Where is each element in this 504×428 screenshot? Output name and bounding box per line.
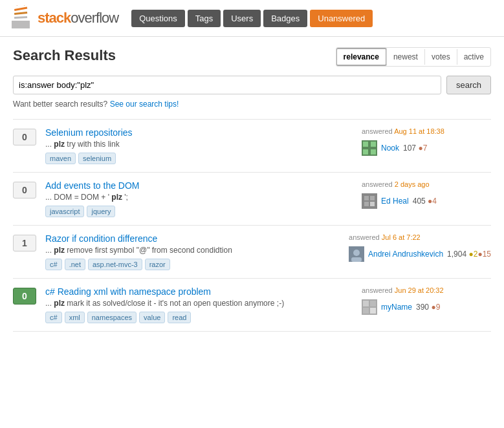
search-tip: Want better search results? See our sear… (13, 100, 491, 109)
svg-rect-21 (351, 257, 362, 262)
search-input[interactable] (13, 76, 441, 94)
answered-label: answered Jul 6 at 7:22 (349, 233, 421, 241)
tag-xml[interactable]: xml (65, 312, 85, 323)
tag-csharp2[interactable]: c# (45, 312, 62, 323)
nav-unanswered[interactable]: Unanswered (310, 10, 373, 27)
nav-badges[interactable]: Badges (263, 10, 307, 27)
search-tips-link[interactable]: See our search tips! (110, 100, 179, 109)
result-title[interactable]: Selenium repositories (45, 127, 353, 138)
svg-rect-23 (363, 301, 369, 306)
svg-rect-11 (371, 142, 376, 147)
sort-tab-newest[interactable]: newest (386, 49, 424, 65)
sort-tabs: relevance newest votes active (336, 47, 491, 67)
svg-point-20 (353, 250, 360, 256)
tag-dotnet[interactable]: .net (65, 259, 85, 270)
result-body: Razor if condition difference ... plz re… (45, 233, 340, 270)
header: stackoverflow Questions Tags Users Badge… (0, 0, 504, 37)
nav-tags[interactable]: Tags (188, 10, 221, 27)
search-bar: search (13, 76, 491, 94)
content: Search Results relevance newest votes ac… (0, 37, 504, 342)
svg-rect-10 (363, 142, 368, 147)
table-row: 0 Add events to the DOM ... DOM = DOM + … (13, 173, 491, 226)
tag-csharp[interactable]: c# (45, 259, 62, 270)
tags-row: c# xml namespaces value read (45, 312, 353, 323)
avatar (362, 140, 377, 156)
table-row: 1 Razor if condition difference ... plz … (13, 226, 491, 279)
table-row: 0 Selenium repositories ... plz try with… (13, 120, 491, 173)
svg-rect-13 (371, 149, 376, 155)
user-rep: 107 ●7 (403, 144, 427, 153)
table-row: 0 c# Reading xml with namespace problem … (13, 279, 491, 332)
logo-area[interactable]: stackoverflow (8, 5, 118, 31)
results-header: Search Results relevance newest votes ac… (13, 47, 491, 67)
svg-rect-12 (363, 149, 368, 155)
tag-namespaces[interactable]: namespaces (87, 312, 137, 323)
tag-razor[interactable]: razor (145, 259, 170, 270)
tag-aspnet-mvc3[interactable]: asp.net-mvc-3 (88, 259, 142, 270)
vote-count: 1 (13, 235, 36, 251)
result-excerpt: ... plz mark it as solved/close it - it'… (45, 299, 353, 308)
result-body: Add events to the DOM ... DOM = DOM + ' … (45, 180, 353, 217)
user-rep: 390 ●9 (416, 303, 440, 312)
avatar (362, 193, 377, 209)
tag-jquery[interactable]: jquery (87, 206, 115, 217)
avatar (362, 299, 377, 315)
user-name[interactable]: Andrei Andrushkevich (368, 250, 443, 259)
sort-tab-active[interactable]: active (457, 49, 490, 65)
user-info: Nook 107 ●7 (362, 140, 427, 156)
avatar (349, 246, 364, 262)
answered-label: answered 2 days ago (362, 180, 430, 188)
svg-rect-16 (370, 196, 375, 200)
vote-count: 0 (13, 182, 36, 198)
vote-count: 0 (13, 288, 36, 305)
user-rep: 405 ●4 (413, 197, 437, 206)
sort-tab-relevance[interactable]: relevance (336, 48, 387, 66)
user-name[interactable]: myName (381, 303, 412, 312)
nav-questions[interactable]: Questions (131, 10, 185, 27)
tag-value[interactable]: value (139, 312, 165, 323)
vote-count: 0 (13, 129, 36, 145)
svg-rect-3 (14, 16, 27, 19)
svg-rect-26 (370, 308, 376, 314)
svg-rect-0 (12, 21, 30, 23)
tags-row: c# .net asp.net-mvc-3 razor (45, 259, 340, 270)
stackoverflow-logo-icon (8, 5, 34, 31)
logo-text: stackoverflow (38, 10, 118, 27)
result-title[interactable]: Add events to the DOM (45, 180, 353, 191)
result-excerpt: ... plz remove first symbol "@" from sec… (45, 246, 340, 255)
result-excerpt: ... plz try with this link (45, 140, 353, 149)
user-name[interactable]: Nook (381, 144, 399, 153)
svg-rect-4 (14, 12, 27, 15)
svg-rect-18 (370, 202, 375, 206)
answered-label: answered Jun 29 at 20:32 (362, 286, 444, 294)
svg-rect-2 (12, 25, 30, 28)
tag-read[interactable]: read (168, 312, 191, 323)
user-info: myName 390 ●9 (362, 299, 440, 315)
result-body: Selenium repositories ... plz try with t… (45, 127, 353, 164)
result-title[interactable]: c# Reading xml with namespace problem (45, 286, 353, 297)
user-name[interactable]: Ed Heal (381, 197, 409, 206)
svg-rect-14 (362, 193, 377, 209)
result-title[interactable]: Razor if condition difference (45, 233, 340, 244)
results-list: 0 Selenium repositories ... plz try with… (13, 119, 491, 332)
page-title: Search Results (13, 47, 116, 64)
user-rep: 1,904 ●2●15 (447, 250, 491, 259)
result-meta: answered 2 days ago Ed Heal 405 ●4 (362, 180, 491, 209)
svg-rect-5 (14, 7, 27, 11)
tag-selenium[interactable]: selenium (78, 153, 116, 164)
svg-rect-17 (364, 202, 369, 206)
svg-rect-25 (363, 308, 369, 314)
sort-tab-votes[interactable]: votes (424, 49, 457, 65)
tags-row: maven selenium (45, 153, 353, 164)
svg-rect-15 (364, 196, 369, 200)
answered-label: answered Aug 11 at 18:38 (362, 127, 444, 135)
result-body: c# Reading xml with namespace problem ..… (45, 286, 353, 323)
nav-users[interactable]: Users (223, 10, 261, 27)
main-nav: Questions Tags Users Badges Unanswered (131, 10, 373, 27)
user-info: Ed Heal 405 ●4 (362, 193, 437, 209)
search-button[interactable]: search (446, 76, 491, 94)
result-meta: answered Jul 6 at 7:22 Andrei Andrushkev… (349, 233, 491, 262)
svg-rect-24 (370, 301, 376, 306)
tag-maven[interactable]: maven (45, 153, 76, 164)
tag-javascript[interactable]: javascript (45, 206, 84, 217)
